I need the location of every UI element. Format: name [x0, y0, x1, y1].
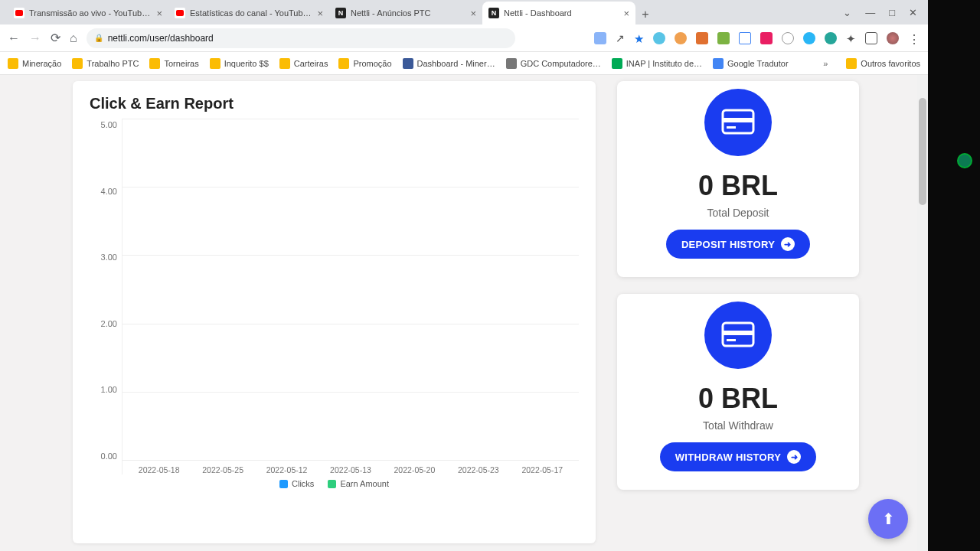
url-field[interactable]: 🔒 nettli.com/user/dashboard [87, 28, 515, 48]
withdraw-label: Total Withdraw [631, 419, 845, 432]
ext-icon[interactable] [782, 32, 794, 44]
translate-icon[interactable] [594, 32, 606, 44]
ext-icon[interactable] [653, 32, 665, 44]
chart-y-axis: 5.004.003.002.001.000.00 [90, 119, 122, 474]
sidepanel-icon[interactable] [865, 32, 877, 44]
browser-extensions: ↗ ★ ✦ ⋮ [594, 32, 920, 44]
svg-rect-1 [723, 118, 753, 122]
maximize-icon[interactable]: □ [889, 7, 895, 18]
arrow-right-icon: ➜ [787, 450, 801, 464]
other-bookmarks[interactable]: Outros favoritos [846, 58, 920, 69]
url-text: nettli.com/user/dashboard [108, 33, 214, 44]
ext-icon[interactable] [739, 32, 751, 44]
scrollbar[interactable] [917, 75, 928, 551]
bookmark-item[interactable]: Promoção [338, 58, 391, 69]
bookmark-item[interactable]: Mineração [8, 58, 61, 69]
webcam-overlay [928, 0, 980, 551]
browser-tab[interactable]: NNettli - Anúncios PTC× [329, 2, 482, 24]
ext-icon[interactable] [696, 32, 708, 44]
bookmark-item[interactable]: Trabalho PTC [72, 58, 139, 69]
chart-x-axis: 2022-05-182022-05-252022-05-122022-05-13… [122, 465, 579, 474]
deposit-card: 0 BRL Total Deposit DEPOSIT HISTORY➜ [617, 81, 859, 277]
deposit-value: 0 BRL [631, 170, 845, 202]
svg-rect-4 [723, 331, 753, 335]
chart-title: Click & Earn Report [90, 95, 579, 112]
bookmarks-overflow[interactable]: » [823, 59, 828, 68]
bookmark-item[interactable]: INAP | Instituto de… [612, 58, 702, 69]
window-controls: ⌄ ― □ ✕ [832, 0, 928, 24]
back-icon[interactable]: ← [8, 31, 20, 45]
deposit-history-button[interactable]: DEPOSIT HISTORY➜ [666, 230, 810, 259]
withdraw-history-button[interactable]: WITHDRAW HISTORY➜ [660, 442, 816, 471]
withdraw-card: 0 BRL Total Withdraw WITHDRAW HISTORY➜ [617, 294, 859, 490]
tab-close-icon[interactable]: × [156, 8, 162, 19]
browser-tab[interactable]: NNettli - Dashboard× [482, 2, 635, 24]
bookmark-star-icon[interactable]: ★ [634, 32, 644, 44]
browser-tab[interactable]: Transmissão ao vivo - YouTube S× [8, 2, 168, 24]
ext-icon[interactable] [717, 32, 730, 44]
tab-close-icon[interactable]: × [623, 8, 629, 19]
new-tab-button[interactable]: + [635, 5, 655, 24]
bookmark-item[interactable]: Google Tradutor [713, 58, 789, 69]
arrow-right-icon: ➜ [781, 237, 795, 251]
forward-icon[interactable]: → [29, 31, 41, 45]
window-dropdown-icon[interactable]: ⌄ [843, 7, 851, 18]
browser-tabs: Transmissão ao vivo - YouTube S×Estatíst… [0, 0, 928, 24]
ext-icon[interactable] [760, 32, 773, 44]
extensions-icon[interactable]: ✦ [846, 32, 856, 44]
ext-icon[interactable] [675, 32, 687, 44]
card-icon [704, 89, 772, 156]
card-icon [704, 302, 772, 369]
bookmark-item[interactable]: GDC Computadore… [506, 58, 601, 69]
svg-rect-2 [727, 126, 736, 129]
home-icon[interactable]: ⌂ [70, 31, 77, 45]
deposit-label: Total Deposit [631, 207, 845, 219]
page-content: Click & Earn Report 5.004.003.002.001.00… [0, 75, 928, 551]
scroll-top-button[interactable] [868, 499, 908, 539]
chart-card: Click & Earn Report 5.004.003.002.001.00… [73, 81, 596, 543]
withdraw-value: 0 BRL [631, 383, 845, 415]
minimize-icon[interactable]: ― [865, 7, 875, 18]
reload-icon[interactable]: ⟳ [51, 31, 60, 45]
lock-icon: 🔒 [94, 34, 103, 42]
close-icon[interactable]: ✕ [909, 7, 917, 18]
tab-close-icon[interactable]: × [470, 8, 476, 19]
bookmark-item[interactable]: Dashboard - Miner… [403, 58, 495, 69]
chart-legend: Clicks Earn Amount [90, 479, 579, 488]
bookmark-item[interactable]: Torneiras [149, 58, 198, 69]
profile-avatar[interactable] [887, 32, 899, 44]
menu-icon[interactable]: ⋮ [908, 32, 920, 44]
ext-icon[interactable] [825, 32, 837, 44]
bookmark-item[interactable]: Inquerito $$ [210, 58, 269, 69]
ext-icon[interactable] [803, 32, 815, 44]
share-icon[interactable]: ↗ [616, 32, 625, 44]
bookmarks-bar: MineraçãoTrabalho PTCTorneirasInquerito … [0, 52, 928, 75]
svg-rect-5 [727, 339, 736, 341]
chart-plot: 2022-05-182022-05-252022-05-122022-05-13… [122, 119, 579, 474]
bookmark-item[interactable]: Carteiras [279, 58, 328, 69]
address-bar: ← → ⟳ ⌂ 🔒 nettli.com/user/dashboard ↗ ★ … [0, 24, 928, 52]
tab-close-icon[interactable]: × [317, 8, 323, 19]
browser-tab[interactable]: Estatísticas do canal - YouTube S× [168, 2, 329, 24]
